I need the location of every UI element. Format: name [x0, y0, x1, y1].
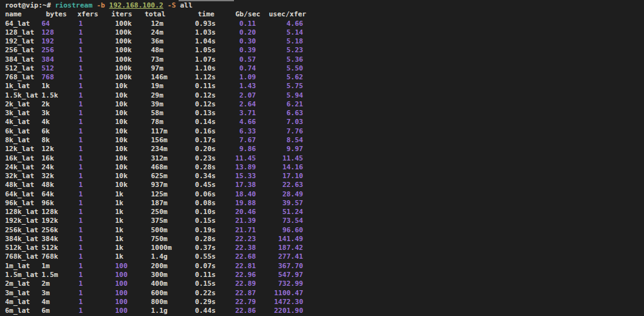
- cell-total: 24m: [151, 28, 192, 37]
- cell-xfers: 1: [79, 109, 115, 118]
- prompt-token-plain: [105, 1, 109, 10]
- cell-usec-xfer: 1100.47: [256, 289, 303, 298]
- cell-xfers: 1: [79, 181, 115, 189]
- cell-xfers: 1: [79, 262, 115, 271]
- cell-usec-xfer: 2201.90: [256, 307, 303, 315]
- table-body: 64_lat641100k12m0.93s0.114.66128_lat1281…: [0, 20, 644, 316]
- column-header-bytes: bytes: [46, 10, 77, 19]
- cell-time: 0.15s: [192, 217, 216, 225]
- table-row: 96k_lat96k11k187m0.08s19.8839.57: [0, 199, 644, 208]
- cell-xfers: 1: [79, 20, 115, 28]
- cell-name: 768_lat: [5, 73, 42, 82]
- cell-iters: 1k: [115, 199, 151, 208]
- cell-gb-sec: 0.30: [216, 37, 256, 46]
- cell-iters: 100: [115, 289, 151, 298]
- table-row: 6k_lat6k110k117m0.16s6.337.76: [0, 127, 644, 136]
- cell-gb-sec: 22.87: [216, 289, 256, 298]
- cell-usec-xfer: 14.16: [256, 163, 303, 172]
- cell-total: 156m: [151, 136, 192, 145]
- cell-name: 384_lat: [5, 55, 42, 64]
- cell-name: 2k_lat: [5, 100, 42, 109]
- cell-iters: 10k: [115, 181, 151, 189]
- cell-total: 97m: [151, 64, 192, 73]
- cell-iters: 100: [115, 271, 151, 279]
- column-header-gb-sec: Gb/sec: [214, 10, 260, 19]
- cell-bytes: 64k: [42, 190, 79, 199]
- cell-iters: 10k: [115, 163, 151, 172]
- cell-name: 3k_lat: [5, 109, 42, 118]
- cell-iters: 1k: [115, 217, 151, 225]
- cell-bytes: 24k: [42, 163, 79, 172]
- cell-gb-sec: 20.46: [216, 208, 256, 217]
- cell-iters: 10k: [115, 100, 151, 109]
- table-row: 2m_lat2m1100400m0.15s22.89732.99: [0, 279, 644, 288]
- cell-total: 937m: [151, 181, 192, 189]
- cell-iters: 100k: [115, 20, 151, 28]
- cell-usec-xfer: 73.54: [256, 217, 303, 225]
- cell-bytes: 1k: [42, 82, 79, 91]
- cell-total: 300m: [151, 271, 192, 279]
- cell-time: 1.04s: [192, 37, 216, 46]
- column-header-xfers: xfers: [77, 10, 111, 19]
- cell-bytes: 96k: [42, 199, 79, 208]
- cell-total: 19m: [151, 82, 192, 91]
- cell-iters: 1k: [115, 252, 151, 261]
- table-row: 1.5k_lat1.5k110k29m0.12s2.075.94: [0, 91, 644, 100]
- cell-total: 375m: [151, 217, 192, 225]
- cell-bytes: 8k: [42, 136, 79, 145]
- cell-name: 384k_lat: [5, 235, 42, 244]
- cell-name: 4m_lat: [5, 298, 42, 307]
- cell-gb-sec: 18.40: [216, 190, 256, 199]
- cell-name: 48k_lat: [5, 181, 42, 189]
- cell-usec-xfer: 141.49: [256, 235, 303, 244]
- cell-usec-xfer: 5.94: [256, 91, 303, 100]
- cell-gb-sec: 22.68: [216, 252, 256, 261]
- cell-iters: 10k: [115, 127, 151, 136]
- cell-time: 0.14s: [192, 118, 216, 127]
- cell-usec-xfer: 96.60: [256, 226, 303, 235]
- cell-time: 1.05s: [192, 46, 216, 55]
- cell-xfers: 1: [79, 136, 115, 145]
- table-row: 512k_lat512k11k1000m0.37s22.38187.42: [0, 244, 644, 252]
- cell-name: 1k_lat: [5, 82, 42, 91]
- cell-usec-xfer: 7.03: [256, 118, 303, 127]
- cell-xfers: 1: [79, 217, 115, 225]
- cell-gb-sec: 6.33: [216, 127, 256, 136]
- cell-usec-xfer: 7.76: [256, 127, 303, 136]
- cell-name: 256_lat: [5, 46, 42, 55]
- cell-iters: 100k: [115, 46, 151, 55]
- prompt-token-flag: -S: [167, 1, 175, 10]
- cell-usec-xfer: 5.36: [256, 55, 303, 64]
- cell-bytes: 192: [42, 37, 79, 46]
- table-row: 384_lat3841100k73m1.07s0.575.36: [0, 55, 644, 64]
- cell-gb-sec: 2.64: [216, 100, 256, 109]
- cell-name: 3m_lat: [5, 289, 42, 298]
- cell-bytes: 768: [42, 73, 79, 82]
- table-row: 64_lat641100k12m0.93s0.114.66: [0, 20, 644, 28]
- cell-xfers: 1: [79, 100, 115, 109]
- cell-xfers: 1: [79, 190, 115, 199]
- cell-name: 24k_lat: [5, 163, 42, 172]
- cell-gb-sec: 0.11: [216, 20, 256, 28]
- cell-gb-sec: 4.66: [216, 118, 256, 127]
- cell-usec-xfer: 17.10: [256, 172, 303, 181]
- cell-name: 2m_lat: [5, 279, 42, 288]
- cell-time: 0.55s: [192, 252, 216, 261]
- table-row: 192k_lat192k11k375m0.15s21.3973.54: [0, 217, 644, 225]
- column-header-usec-xfer: usec/xfer: [260, 10, 306, 19]
- cell-time: 0.13s: [192, 109, 216, 118]
- cell-bytes: 384k: [42, 235, 79, 244]
- cell-gb-sec: 13.89: [216, 163, 256, 172]
- cell-name: 1m_lat: [5, 262, 42, 271]
- cell-name: 32k_lat: [5, 172, 42, 181]
- cell-name: 128k_lat: [5, 208, 42, 217]
- cell-iters: 1k: [115, 235, 151, 244]
- cell-usec-xfer: 28.49: [256, 190, 303, 199]
- terminal-window[interactable]: root@vip:~# riostream -b 192.168.100.2 -…: [0, 0, 644, 316]
- prompt-token-command: riostream: [55, 1, 92, 10]
- table-row: 8k_lat8k110k156m0.17s7.678.54: [0, 136, 644, 145]
- cell-iters: 100k: [115, 28, 151, 37]
- cell-xfers: 1: [79, 82, 115, 91]
- cell-gb-sec: 15.33: [216, 172, 256, 181]
- cell-xfers: 1: [79, 28, 115, 37]
